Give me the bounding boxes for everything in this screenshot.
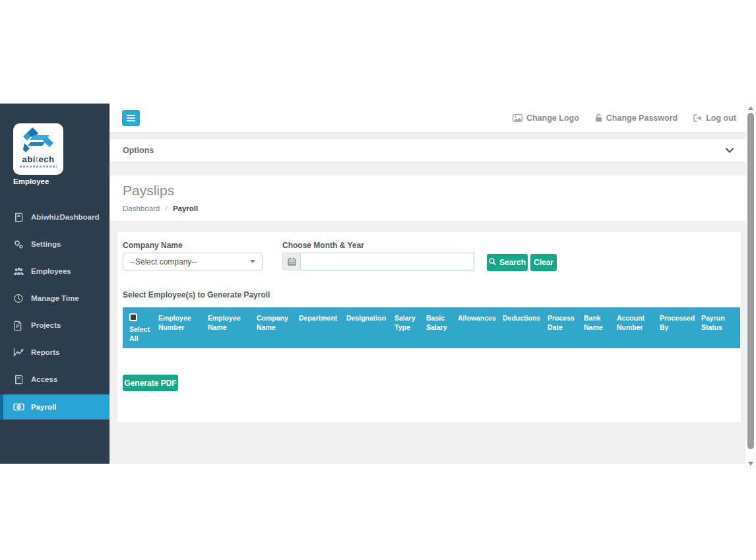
change-password-label: Change Password (606, 113, 677, 123)
sidebar-item-label: Employees (31, 267, 71, 275)
column-header-employee-number: Employee Number (154, 307, 203, 348)
chevron-down-icon[interactable] (726, 148, 734, 153)
sidebar-item-access[interactable]: Access (0, 369, 110, 389)
svg-text:$: $ (18, 404, 20, 410)
month-year-label: Choose Month & Year (282, 241, 364, 250)
sidebar-item-label: Payroll (31, 403, 56, 411)
search-button-label: Search (499, 258, 526, 267)
money-icon: $ (13, 402, 24, 412)
top-links: Change Logo Change Password Log out (513, 113, 756, 123)
clock-icon (13, 293, 24, 303)
month-year-group (282, 253, 474, 270)
column-header-account-number: Account Number (612, 307, 655, 348)
book-icon (13, 374, 24, 385)
chart-line-icon (13, 347, 24, 358)
scroll-down-arrow-icon[interactable] (745, 459, 756, 468)
column-header-company-name: Company Name (252, 307, 294, 348)
sidebar-item-employees[interactable]: Employees (0, 261, 110, 281)
sidebar-item-settings[interactable]: Settings (0, 234, 110, 254)
vertical-scrollbar (745, 104, 756, 468)
breadcrumb-dashboard[interactable]: Dashboard (123, 204, 160, 212)
column-header-deductions: Deductions (498, 307, 543, 348)
options-panel-header[interactable]: Options (110, 139, 756, 162)
payroll-card: Company Name --Select company-- Choose M… (117, 232, 741, 422)
column-header-salary-type: Salary Type (390, 307, 422, 348)
sidebar-item-label: AbiwhizDashboard (31, 213, 100, 221)
page-canvas: abitech Employee AbiwhizDashboard Settin… (0, 0, 756, 560)
top-bar: Change Logo Change Password Log out (110, 104, 756, 133)
logout-icon (693, 114, 702, 122)
clear-button-label: Clear (534, 258, 553, 267)
image-icon (513, 114, 522, 122)
company-select-dropdown[interactable]: --Select company-- (123, 253, 263, 270)
sidebar: abitech Employee AbiwhizDashboard Settin… (0, 104, 110, 464)
sidebar-item-abiwhizdashboard[interactable]: AbiwhizDashboard (0, 207, 110, 227)
select-all-label: Select All (129, 325, 152, 343)
select-all-cell: Select All (123, 307, 154, 348)
sidebar-item-label: Manage Time (31, 294, 79, 302)
column-header-designation: Designation (342, 307, 390, 348)
column-header-allowances: Allowances (453, 307, 498, 348)
sidebar-item-projects[interactable]: P Projects (0, 315, 110, 335)
sidebar-toggle-button[interactable] (122, 110, 140, 126)
breadcrumb: Dashboard / Payroll (123, 204, 198, 212)
column-header-processed-by: Processed By (655, 307, 697, 348)
change-password-link[interactable]: Change Password (595, 113, 677, 123)
svg-text:P: P (16, 323, 19, 329)
change-logo-link[interactable]: Change Logo (513, 113, 579, 123)
abitech-logo-icon (23, 127, 53, 154)
month-year-input[interactable] (301, 253, 474, 270)
column-header-employee-name: Employee Name (203, 307, 252, 348)
company-select-value: --Select company-- (130, 257, 197, 266)
sidebar-item-label: Projects (31, 321, 61, 329)
company-logo: abitech (13, 123, 63, 175)
sidebar-item-label: Reports (31, 348, 59, 356)
generate-pdf-label: Generate PDF (124, 379, 176, 388)
company-name-label: Company Name (123, 241, 183, 250)
page-heading-section: Payslips Dashboard / Payroll (110, 175, 756, 221)
options-label: Options (123, 146, 154, 155)
clear-button[interactable]: Clear (530, 254, 557, 271)
users-icon (13, 266, 24, 276)
scrollbar-thumb[interactable] (747, 113, 754, 449)
page-title: Payslips (123, 183, 174, 199)
column-header-bank-name: Bank Name (579, 307, 612, 348)
search-icon (489, 258, 496, 267)
logo-tagline (20, 166, 57, 168)
lock-icon (595, 113, 602, 122)
column-header-department: Department (294, 307, 342, 348)
scroll-up-arrow-icon[interactable] (745, 104, 756, 113)
project-file-icon: P (13, 320, 24, 330)
sidebar-item-label: Settings (31, 240, 61, 248)
payroll-table-header-row: Select All Employee Number Employee Name… (123, 307, 740, 348)
sidebar-user-role: Employee (13, 177, 49, 185)
table-caption: Select Employee(s) to Generate Payroll (123, 290, 270, 299)
search-button[interactable]: Search (487, 254, 528, 271)
select-all-checkbox[interactable] (129, 313, 137, 321)
log-out-label: Log out (706, 113, 736, 123)
logo-wordmark: abitech (22, 155, 54, 164)
column-header-process-date: Process Date (543, 307, 579, 348)
book-icon (13, 212, 24, 222)
sidebar-item-payroll[interactable]: $ Payroll (0, 394, 110, 420)
log-out-link[interactable]: Log out (693, 113, 736, 123)
select-caret-icon (250, 260, 255, 263)
generate-pdf-button[interactable]: Generate PDF (123, 375, 178, 391)
sidebar-item-manage-time[interactable]: Manage Time (0, 288, 110, 308)
sidebar-item-label: Access (31, 375, 57, 383)
breadcrumb-separator: / (165, 204, 167, 212)
change-logo-label: Change Logo (526, 113, 579, 123)
calendar-icon[interactable] (282, 253, 301, 270)
column-header-basic-salary: Basic Salary (422, 307, 453, 348)
breadcrumb-payroll: Payroll (173, 204, 198, 212)
gears-icon (13, 239, 24, 249)
column-header-payrun-status: Payrun Status (697, 307, 740, 348)
sidebar-item-reports[interactable]: Reports (0, 342, 110, 362)
